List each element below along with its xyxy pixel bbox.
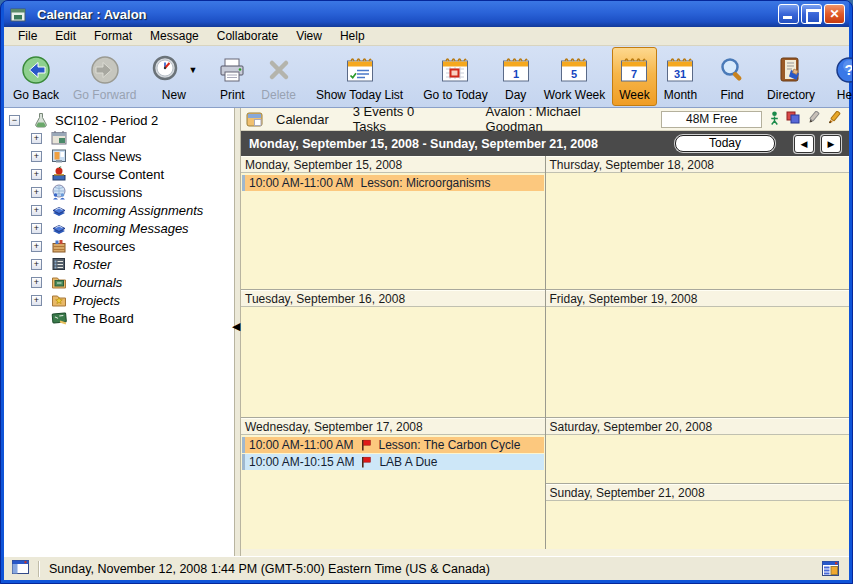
tree-item-label: The Board bbox=[73, 311, 134, 326]
layers-icon[interactable] bbox=[786, 111, 800, 127]
new-dropdown-icon[interactable]: ▼ bbox=[188, 65, 197, 75]
day-body[interactable] bbox=[546, 435, 850, 483]
tree-item-resources[interactable]: + Resources bbox=[4, 237, 234, 255]
menu-edit[interactable]: Edit bbox=[47, 28, 84, 44]
expander-plus-icon[interactable]: + bbox=[31, 277, 42, 288]
tree-item-discussions[interactable]: + Discussions bbox=[4, 183, 234, 201]
day-cell-tuesday: Tuesday, September 16, 2008 bbox=[241, 290, 545, 418]
statusbar-separator bbox=[38, 561, 39, 577]
show-today-list-button[interactable]: Show Today List bbox=[309, 47, 410, 106]
people-globe-icon bbox=[51, 184, 68, 200]
expander-plus-icon[interactable]: + bbox=[31, 295, 42, 306]
day-body[interactable] bbox=[241, 307, 545, 417]
roster-list-icon bbox=[51, 256, 68, 272]
menu-view[interactable]: View bbox=[288, 28, 330, 44]
tree-item-incoming-messages[interactable]: + Incoming Messages bbox=[4, 219, 234, 237]
event-lesson-microorganisms[interactable]: 10:00 AM-11:00 AM Lesson: Microorganisms bbox=[242, 175, 544, 191]
go-back-icon bbox=[19, 51, 53, 88]
week-calendar-icon: 7 bbox=[620, 51, 648, 88]
day-body[interactable] bbox=[546, 173, 850, 289]
day-header: Wednesday, September 17, 2008 bbox=[241, 418, 545, 435]
previous-week-button[interactable]: ◀ bbox=[794, 135, 814, 153]
go-forward-icon bbox=[88, 51, 122, 88]
expander-plus-icon[interactable]: + bbox=[31, 187, 42, 198]
expander-plus-icon[interactable]: + bbox=[31, 241, 42, 252]
menu-help[interactable]: Help bbox=[332, 28, 373, 44]
week-view-button[interactable]: 7 Week bbox=[612, 47, 656, 106]
tree-item-the-board[interactable]: The Board bbox=[4, 309, 234, 327]
maximize-button[interactable] bbox=[801, 4, 822, 24]
day-header: Thursday, September 18, 2008 bbox=[546, 156, 850, 173]
tree-item-label: Incoming Messages bbox=[73, 221, 189, 236]
book-icon bbox=[51, 202, 68, 218]
menu-file[interactable]: File bbox=[10, 28, 45, 44]
chalkboard-icon bbox=[51, 310, 68, 326]
tree-item-class-news[interactable]: + Class News bbox=[4, 147, 234, 165]
new-button[interactable]: ▼ New bbox=[143, 47, 204, 106]
expander-plus-icon[interactable]: + bbox=[31, 205, 42, 216]
go-to-today-button[interactable]: Go to Today bbox=[416, 47, 495, 106]
tree-item-label: Class News bbox=[73, 149, 142, 164]
event-task-counts: 3 Events 0 Tasks bbox=[353, 104, 450, 134]
person-status-icon[interactable] bbox=[770, 111, 779, 128]
close-button[interactable]: ✕ bbox=[824, 4, 845, 24]
go-back-button[interactable]: Go Back bbox=[6, 47, 66, 106]
find-button[interactable]: Find bbox=[710, 47, 754, 106]
week-grid: Monday, September 15, 2008 10:00 AM-11:0… bbox=[241, 156, 849, 549]
tree-item-label: Projects bbox=[73, 293, 120, 308]
find-icon bbox=[717, 51, 747, 88]
directory-icon bbox=[776, 51, 806, 88]
help-button[interactable]: ? Help bbox=[828, 47, 853, 106]
svg-text:1: 1 bbox=[513, 68, 519, 80]
work-week-view-button[interactable]: 5 Work Week bbox=[537, 47, 613, 106]
today-button[interactable]: Today bbox=[675, 135, 775, 152]
collapse-arrow-icon[interactable]: ◀ bbox=[232, 320, 240, 333]
pencil-icon[interactable] bbox=[807, 111, 820, 127]
day-body[interactable] bbox=[546, 307, 850, 417]
status-panel-icon[interactable] bbox=[12, 560, 29, 577]
date-range-label: Monday, September 15, 2008 - Sunday, Sep… bbox=[249, 137, 671, 151]
print-button[interactable]: Print bbox=[210, 47, 254, 106]
minimize-button[interactable] bbox=[778, 4, 799, 24]
day-cell-thursday: Thursday, September 18, 2008 bbox=[546, 156, 850, 290]
gold-pen-icon[interactable] bbox=[827, 111, 841, 127]
tree-item-roster[interactable]: + Roster bbox=[4, 255, 234, 273]
month-view-button[interactable]: 31 Month bbox=[657, 47, 704, 106]
go-forward-button[interactable]: Go Forward bbox=[66, 47, 143, 106]
title-bar: Calendar : Avalon ✕ bbox=[4, 1, 849, 27]
day-body[interactable] bbox=[546, 501, 850, 549]
menu-format[interactable]: Format bbox=[86, 28, 140, 44]
svg-text:5: 5 bbox=[571, 68, 577, 80]
sidebar-tree: − SCI102 - Period 2 + Calendar + Class N… bbox=[4, 108, 234, 556]
next-week-button[interactable]: ▶ bbox=[821, 135, 841, 153]
day-view-button[interactable]: 1 Day bbox=[495, 47, 537, 106]
expander-minus-icon[interactable]: − bbox=[9, 115, 20, 126]
expander-plus-icon[interactable]: + bbox=[31, 169, 42, 180]
day-cell-saturday: Saturday, September 20, 2008 bbox=[546, 418, 850, 484]
tree-item-label: Discussions bbox=[73, 185, 142, 200]
statusbar-window-icon[interactable] bbox=[822, 561, 839, 576]
tree-item-journals[interactable]: + Journals bbox=[4, 273, 234, 291]
expander-plus-icon[interactable]: + bbox=[31, 259, 42, 270]
delete-button[interactable]: Delete bbox=[254, 47, 303, 106]
directory-button[interactable]: Directory bbox=[760, 47, 822, 106]
splitter[interactable]: ◀ bbox=[234, 108, 241, 556]
tree-item-incoming-assignments[interactable]: + Incoming Assignments bbox=[4, 201, 234, 219]
storage-free-indicator: 48M Free bbox=[661, 111, 762, 128]
tree-item-calendar[interactable]: + Calendar bbox=[4, 129, 234, 147]
tree-item-label: Course Content bbox=[73, 167, 164, 182]
event-lesson-carbon-cycle[interactable]: 10:00 AM-11:00 AM Lesson: The Carbon Cyc… bbox=[242, 437, 544, 453]
event-lab-a-due[interactable]: 10:00 AM-10:15 AM LAB A Due bbox=[242, 454, 544, 470]
tree-item-sci102[interactable]: − SCI102 - Period 2 bbox=[4, 111, 234, 129]
statusbar-datetime: Sunday, November 12, 2008 1:44 PM (GMT-5… bbox=[49, 562, 490, 576]
expander-plus-icon[interactable]: + bbox=[31, 133, 42, 144]
tree-item-course-content[interactable]: + Course Content bbox=[4, 165, 234, 183]
tree-item-projects[interactable]: + Projects bbox=[4, 291, 234, 309]
day-body[interactable]: 10:00 AM-11:00 AM Lesson: Microorganisms bbox=[241, 173, 545, 289]
expander-plus-icon[interactable]: + bbox=[31, 223, 42, 234]
menu-message[interactable]: Message bbox=[142, 28, 207, 44]
delete-icon bbox=[265, 51, 293, 88]
menu-collaborate[interactable]: Collaborate bbox=[209, 28, 286, 44]
expander-plus-icon[interactable]: + bbox=[31, 151, 42, 162]
day-body[interactable]: 10:00 AM-11:00 AM Lesson: The Carbon Cyc… bbox=[241, 435, 545, 549]
